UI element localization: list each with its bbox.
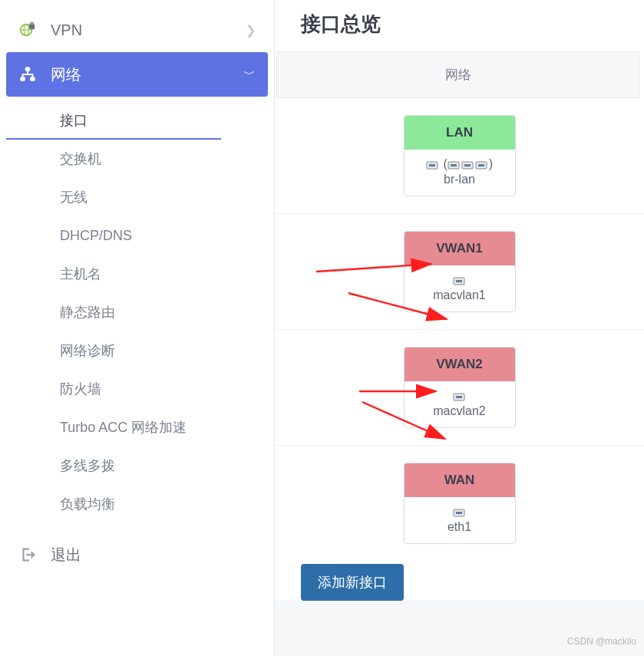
iface-box[interactable]: VWAN2 macvlan2 [404,347,516,428]
svg-rect-15 [478,164,484,166]
iface-name: LAN [405,116,515,150]
sub-item-turboacc[interactable]: Turbo ACC 网络加速 [6,408,268,447]
iface-name: VWAN2 [405,348,515,381]
iface-device: () br-lan [405,150,515,196]
nav-network[interactable]: 网络 ﹀ [6,52,268,97]
sub-item-hostnames[interactable]: 主机名 [6,255,268,293]
main-panel: 接口总览 网络 LAN () br-lan [275,0,644,656]
svg-rect-7 [31,77,35,81]
iface-cell-vwan2: VWAN2 macvlan2 [275,330,644,446]
iface-cell-vwan1: VWAN1 macvlan1 [275,214,644,330]
sub-item-routes[interactable]: 静态路由 [6,293,268,331]
page-title: 接口总览 [275,0,644,51]
iface-cell-wan: WAN eth1 [275,446,644,561]
svg-rect-17 [456,280,462,282]
ethernet-icon [426,160,440,170]
sub-item-dhcp[interactable]: DHCP/DNS [6,216,268,255]
svg-rect-6 [21,77,25,81]
sub-item-switch[interactable]: 交换机 [6,140,268,178]
nav-network-label: 网络 [51,64,81,85]
interface-table: 网络 LAN () br-lan VWAN1 [275,51,644,601]
svg-rect-4 [31,22,34,25]
sub-item-wireless[interactable]: 无线 [6,178,268,216]
ethernet-icon [461,160,475,170]
chevron-down-icon: ﹀ [243,67,256,83]
nav-network-sublist: 接口 交换机 无线 DHCP/DNS 主机名 静态路由 网络诊断 防火墙 Tur… [6,97,268,528]
iface-device: macvlan1 [405,265,515,312]
iface-name: VWAN1 [405,232,515,265]
device-label: macvlan2 [433,404,485,417]
iface-name: WAN [405,463,515,497]
iface-box[interactable]: LAN () br-lan [404,115,516,196]
device-icon-group: () [408,157,512,171]
watermark: CSDN @mackilo [567,636,636,647]
svg-rect-13 [464,164,471,166]
sub-item-firewall[interactable]: 防火墙 [6,370,268,408]
nav-logout[interactable]: 退出 [6,532,268,577]
svg-rect-5 [25,68,30,71]
iface-device: macvlan2 [405,381,515,427]
svg-rect-21 [456,512,462,514]
device-label: br-lan [444,173,475,186]
sidebar: VPN ❯ 网络 ﹀ 接口 交换机 无线 DHCP/DNS 主机名 静态路由 网… [0,0,275,656]
svg-rect-11 [451,164,457,166]
device-label: eth1 [447,520,471,533]
ethernet-icon [453,391,467,402]
nav-vpn-label: VPN [51,21,82,39]
column-header-network: 网络 [276,51,639,98]
device-label: macvlan1 [433,288,485,302]
sub-item-loadbal[interactable]: 负载均衡 [6,485,268,523]
svg-rect-19 [456,396,462,398]
iface-device: eth1 [405,497,515,543]
ethernet-icon [453,507,467,518]
sub-item-mwan[interactable]: 多线多拨 [6,447,268,485]
iface-box[interactable]: VWAN1 macvlan1 [404,231,516,312]
sub-item-interfaces[interactable]: 接口 [6,101,221,140]
add-interface-button[interactable]: 添加新接口 [301,564,404,601]
nav-vpn[interactable]: VPN ❯ [6,8,268,52]
network-icon [18,65,37,84]
ethernet-icon [453,275,467,286]
iface-cell-lan: LAN () br-lan [275,98,644,214]
svg-rect-9 [429,164,435,166]
globe-lock-icon [18,21,37,39]
iface-box[interactable]: WAN eth1 [404,463,516,544]
ethernet-icon [475,160,489,170]
chevron-right-icon: ❯ [246,23,256,38]
ethernet-icon [447,160,461,170]
sub-item-diag[interactable]: 网络诊断 [6,331,268,370]
logout-icon [18,546,37,564]
nav-logout-label: 退出 [51,545,81,565]
